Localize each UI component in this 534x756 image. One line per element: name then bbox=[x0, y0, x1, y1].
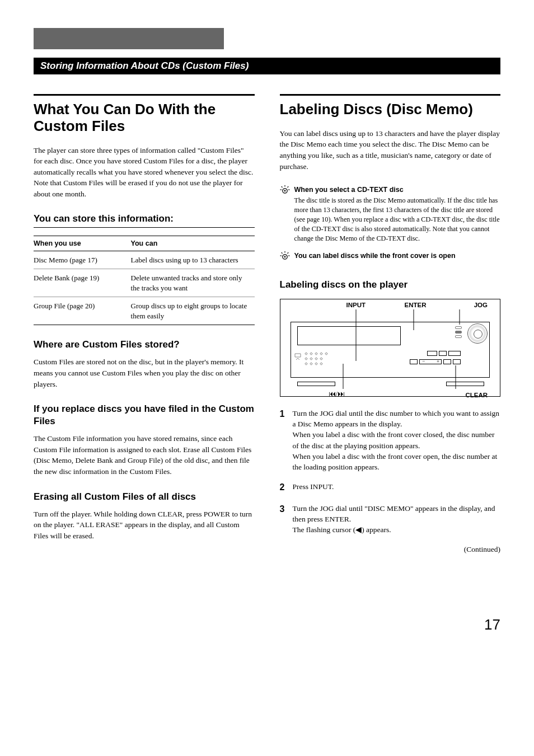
step-number: 3 bbox=[280, 503, 285, 535]
tip-heading: When you select a CD-TEXT disc bbox=[294, 185, 501, 195]
table-cell: Group File (page 20) bbox=[34, 297, 131, 325]
tip-heading: You can label discs while the front cove… bbox=[294, 251, 456, 261]
info-table: When you use You can Disc Memo (page 17)… bbox=[34, 236, 255, 326]
svg-line-3 bbox=[281, 186, 282, 187]
label-enter: ENTER bbox=[405, 302, 427, 308]
tray-slot bbox=[297, 382, 335, 386]
step-list: 1 Turn the JOG dial until the disc numbe… bbox=[280, 408, 501, 535]
section-banner: Storing Information About CDs (Custom Fi… bbox=[34, 58, 500, 74]
right-intro: You can label discs using up to 13 chara… bbox=[280, 128, 501, 172]
table-cell: Label discs using up to 13 characters bbox=[131, 251, 255, 269]
label-jog: JOG bbox=[474, 302, 488, 308]
svg-line-11 bbox=[287, 252, 288, 253]
device-diagram: INPUT ENTER JOG bbox=[280, 299, 501, 397]
indicator-group bbox=[455, 326, 462, 338]
eject-icon bbox=[294, 353, 302, 363]
title-rule bbox=[34, 94, 255, 96]
left-column: What You Can Do With the Custom Files Th… bbox=[34, 94, 255, 555]
erase-text: Turn off the player. While holding down … bbox=[34, 509, 255, 542]
table-row: Disc Memo (page 17) Label discs using up… bbox=[34, 251, 255, 269]
table-cell: Disc Memo (page 17) bbox=[34, 251, 131, 269]
svg-point-1 bbox=[284, 190, 285, 192]
continued-text: (Continued) bbox=[280, 545, 501, 554]
store-heading: You can store this information: bbox=[34, 213, 255, 228]
header-strip bbox=[34, 28, 500, 49]
step-number: 2 bbox=[280, 481, 285, 494]
label-clear: CLEAR bbox=[465, 392, 488, 398]
tip-icon bbox=[280, 185, 290, 198]
label-input: INPUT bbox=[346, 302, 366, 308]
button-cluster-bottom: − + bbox=[410, 359, 461, 364]
player-heading: Labeling discs on the player bbox=[280, 279, 501, 291]
tip-icon bbox=[280, 251, 290, 264]
table-cell: Delete Bank (page 19) bbox=[34, 269, 131, 297]
tip-body: The disc title is stored as the Disc Mem… bbox=[294, 196, 501, 243]
where-text: Custom Files are stored not on the disc,… bbox=[34, 356, 255, 389]
tray-slot bbox=[446, 382, 484, 386]
where-heading: Where are Custom Files stored? bbox=[34, 339, 255, 351]
dots-grid bbox=[305, 353, 329, 366]
step-number: 1 bbox=[280, 408, 285, 472]
step: 1 Turn the JOG dial until the disc numbe… bbox=[280, 408, 501, 472]
step-text: Turn the JOG dial until "DISC MEMO" appe… bbox=[292, 503, 500, 535]
table-cell: Group discs up to eight groups to locate… bbox=[131, 297, 255, 325]
table-col1: When you use bbox=[34, 236, 131, 251]
jog-dial bbox=[467, 323, 488, 344]
title-rule bbox=[280, 94, 501, 96]
table-row: Group File (page 20) Group discs up to e… bbox=[34, 297, 255, 325]
svg-point-8 bbox=[284, 256, 285, 258]
display-panel bbox=[297, 326, 401, 345]
button-cluster-top bbox=[427, 351, 461, 356]
step-text: Press INPUT. bbox=[292, 481, 334, 494]
right-title: Labeling Discs (Disc Memo) bbox=[280, 101, 501, 118]
step: 3 Turn the JOG dial until "DISC MEMO" ap… bbox=[280, 503, 501, 535]
step: 2 Press INPUT. bbox=[280, 481, 501, 494]
tip-cover-open: You can label discs while the front cove… bbox=[280, 251, 501, 264]
table-cell: Delete unwanted tracks and store only th… bbox=[131, 269, 255, 297]
replace-text: The Custom File information you have sto… bbox=[34, 433, 255, 477]
right-column: Labeling Discs (Disc Memo) You can label… bbox=[280, 94, 501, 555]
erase-heading: Erasing all Custom Files of all discs bbox=[34, 491, 255, 503]
step-text: Turn the JOG dial until the disc number … bbox=[292, 408, 500, 472]
page-number: 17 bbox=[34, 616, 500, 633]
tip-cdtext: When you select a CD-TEXT disc The disc … bbox=[280, 185, 501, 243]
replace-heading: If you replace discs you have filed in t… bbox=[34, 403, 255, 428]
header-dark-block bbox=[34, 28, 224, 49]
left-title: What You Can Do With the Custom Files bbox=[34, 101, 255, 135]
table-col2: You can bbox=[131, 236, 255, 251]
table-row: Delete Bank (page 19) Delete unwanted tr… bbox=[34, 269, 255, 297]
left-intro: The player can store three types of info… bbox=[34, 145, 255, 200]
svg-line-4 bbox=[287, 186, 288, 187]
svg-line-10 bbox=[281, 252, 282, 253]
label-prev-next: ⏮/⏭ bbox=[329, 389, 345, 398]
